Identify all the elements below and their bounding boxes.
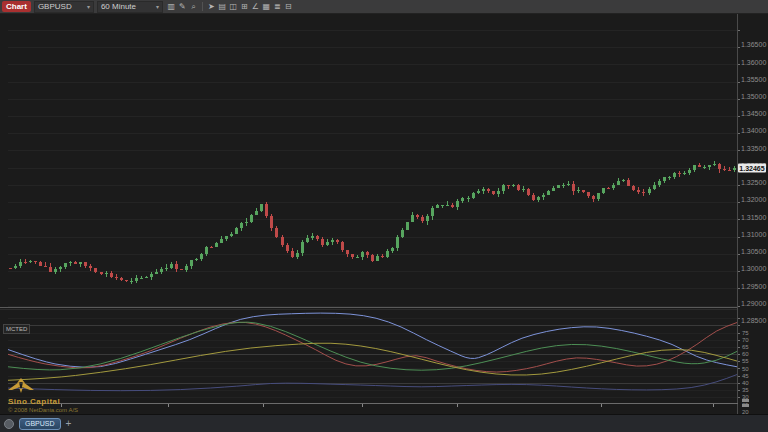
price-axis-label: 1.33500 [741, 144, 766, 151]
indicator-axis-label: 60 [742, 351, 749, 357]
add-window-button[interactable]: + [66, 419, 72, 429]
candle-body [663, 177, 666, 181]
candle-body [200, 254, 203, 258]
candle-body [537, 197, 540, 200]
app-menu-icon[interactable] [4, 419, 14, 429]
candle-body [140, 278, 143, 279]
candle-body [497, 191, 500, 194]
candle-body [286, 245, 289, 251]
chevron-down-icon: ▾ [156, 2, 159, 12]
candle-body [607, 188, 610, 189]
price-axis-label: 1.29000 [741, 299, 766, 306]
candle-body [386, 251, 389, 257]
new-window-icon[interactable]: ◫ [228, 1, 239, 12]
candle-body [723, 169, 726, 170]
price-axis-label: 1.31500 [741, 213, 766, 220]
candle-body [84, 262, 87, 266]
timeframe-select[interactable]: 60 Minute ▾ [97, 1, 163, 13]
price-axis-label: 1.34000 [741, 127, 766, 134]
indicator-label[interactable]: MCTED [3, 324, 30, 334]
main-chart-canvas[interactable] [0, 14, 768, 414]
candle-body [155, 272, 158, 274]
candle-body [301, 242, 304, 253]
candle-body [527, 189, 530, 195]
candle-body [441, 205, 444, 206]
indicator-axis-label: 25 [742, 402, 749, 408]
candle-body [125, 280, 128, 281]
candle-body [326, 242, 329, 246]
candle-body [673, 173, 676, 177]
draw-trendline-icon[interactable]: ✎ [177, 1, 188, 12]
indicator-axis-label: 35 [742, 387, 749, 393]
indicator-axis-label: 65 [742, 344, 749, 350]
indicator-axis-label: 75 [742, 330, 749, 336]
candle-body [587, 192, 590, 196]
candle-body [421, 217, 424, 221]
annotation-icon[interactable]: ▤ [217, 1, 228, 12]
price-axis-label: 1.28500 [741, 317, 766, 324]
candle-body [24, 262, 27, 263]
candle-body [542, 195, 545, 198]
chart-menu-button[interactable]: Chart [2, 1, 31, 12]
candle-body [105, 273, 108, 274]
candle-body [311, 236, 314, 238]
candle-body [336, 240, 339, 242]
candle-body [617, 181, 620, 185]
table-icon[interactable]: ⊟ [283, 1, 294, 12]
toolbar-separator [202, 2, 203, 11]
candle-body [502, 185, 505, 191]
pointer-icon[interactable]: ➤ [206, 1, 217, 12]
candle-body [9, 268, 12, 269]
candle-body [492, 191, 495, 194]
price-axis-label: 1.30500 [741, 248, 766, 255]
candle-body [507, 185, 510, 186]
broker-logo: Sino Capital © 2008 NetDania.com A/S [8, 378, 118, 413]
indicator-axis-label: 50 [742, 366, 749, 372]
candle-body [446, 205, 449, 206]
candle-body [34, 261, 37, 262]
candle-body [547, 191, 550, 195]
candle-body [487, 189, 490, 191]
candle-body [376, 256, 379, 261]
price-axis-label: 1.36000 [741, 58, 766, 65]
list-icon[interactable]: ≣ [272, 1, 283, 12]
candle-body [482, 189, 485, 191]
candle-body [100, 272, 103, 274]
candle-body [185, 266, 188, 269]
candle-body [396, 237, 399, 248]
candle-body [220, 239, 223, 243]
candle-body [622, 180, 625, 182]
candle-body [703, 167, 706, 168]
symbol-value: GBPUSD [38, 2, 72, 12]
candle-body [255, 211, 258, 215]
candle-body [477, 191, 480, 193]
candle-body [260, 204, 263, 210]
window-tab-gbpusd[interactable]: GBPUSD [19, 418, 61, 430]
candle-body [250, 215, 253, 222]
candle-body [678, 173, 681, 174]
candle-body [597, 193, 600, 199]
candle-body [557, 185, 560, 188]
candle-body [562, 185, 565, 186]
candle-body [115, 277, 118, 279]
candle-body [718, 164, 721, 169]
candle-body [351, 254, 354, 257]
candle-body [612, 185, 615, 188]
candle-body [517, 185, 520, 190]
indicator-axis-label: 40 [742, 380, 749, 386]
price-axis-label: 1.29500 [741, 282, 766, 289]
candle-body [371, 255, 374, 260]
candle-body [160, 269, 163, 272]
candle-body [321, 239, 324, 246]
candlestick-chart-icon[interactable]: ▥ [166, 1, 177, 12]
indicator-grid-icon[interactable]: ▦ [261, 1, 272, 12]
candle-body [658, 181, 661, 185]
tile-windows-icon[interactable]: ⊞ [239, 1, 250, 12]
symbol-select[interactable]: GBPUSD ▾ [34, 1, 94, 13]
angle-tool-icon[interactable]: ∠ [250, 1, 261, 12]
candle-body [74, 262, 77, 264]
zoom-icon[interactable]: ⌕ [188, 1, 199, 12]
candle-body [245, 222, 248, 224]
copyright-text: © 2008 NetDania.com A/S [8, 407, 118, 413]
candle-body [145, 277, 148, 278]
